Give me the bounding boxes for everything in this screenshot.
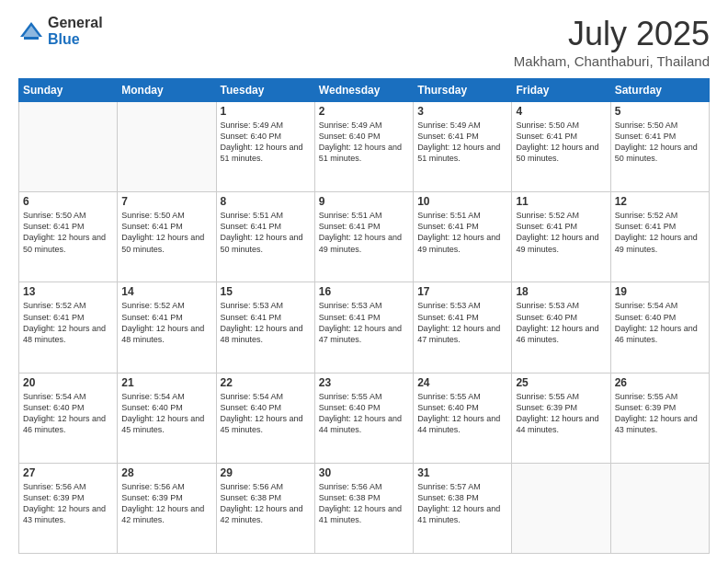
table-row: 15Sunrise: 5:53 AM Sunset: 6:41 PM Dayli…	[216, 282, 314, 373]
table-row: 9Sunrise: 5:51 AM Sunset: 6:41 PM Daylig…	[314, 192, 413, 282]
logo-icon	[18, 18, 44, 44]
col-wednesday: Wednesday	[314, 79, 413, 102]
day-number: 18	[516, 285, 606, 298]
col-sunday: Sunday	[19, 79, 118, 102]
day-number: 5	[615, 105, 705, 118]
table-row: 22Sunrise: 5:54 AM Sunset: 6:40 PM Dayli…	[216, 373, 314, 463]
table-row: 19Sunrise: 5:54 AM Sunset: 6:40 PM Dayli…	[610, 282, 709, 373]
cell-info: Sunrise: 5:55 AM Sunset: 6:40 PM Dayligh…	[417, 391, 507, 436]
table-row: 24Sunrise: 5:55 AM Sunset: 6:40 PM Dayli…	[414, 373, 512, 463]
day-number: 26	[615, 376, 705, 389]
table-row: 31Sunrise: 5:57 AM Sunset: 6:38 PM Dayli…	[414, 463, 512, 553]
cell-info: Sunrise: 5:56 AM Sunset: 6:38 PM Dayligh…	[319, 481, 409, 526]
cell-info: Sunrise: 5:52 AM Sunset: 6:41 PM Dayligh…	[23, 300, 113, 345]
logo-text: General Blue	[48, 15, 103, 47]
table-row: 11Sunrise: 5:52 AM Sunset: 6:41 PM Dayli…	[512, 192, 610, 282]
cell-info: Sunrise: 5:55 AM Sunset: 6:40 PM Dayligh…	[319, 391, 409, 436]
table-row: 6Sunrise: 5:50 AM Sunset: 6:41 PM Daylig…	[19, 192, 118, 282]
logo: General Blue	[18, 15, 103, 47]
day-number: 19	[615, 285, 705, 298]
day-number: 1	[221, 105, 311, 118]
cell-info: Sunrise: 5:51 AM Sunset: 6:41 PM Dayligh…	[221, 210, 311, 255]
calendar-header-row: Sunday Monday Tuesday Wednesday Thursday…	[19, 79, 710, 102]
cell-info: Sunrise: 5:54 AM Sunset: 6:40 PM Dayligh…	[121, 391, 211, 436]
cell-info: Sunrise: 5:50 AM Sunset: 6:41 PM Dayligh…	[23, 210, 113, 255]
table-row: 25Sunrise: 5:55 AM Sunset: 6:39 PM Dayli…	[512, 373, 610, 463]
table-row: 10Sunrise: 5:51 AM Sunset: 6:41 PM Dayli…	[414, 192, 512, 282]
day-number: 14	[121, 285, 211, 298]
day-number: 29	[221, 466, 311, 479]
cell-info: Sunrise: 5:49 AM Sunset: 6:40 PM Dayligh…	[221, 120, 311, 165]
day-number: 17	[417, 285, 507, 298]
table-row: 12Sunrise: 5:52 AM Sunset: 6:41 PM Dayli…	[610, 192, 709, 282]
table-row: 18Sunrise: 5:53 AM Sunset: 6:40 PM Dayli…	[512, 282, 610, 373]
day-number: 11	[516, 195, 606, 208]
table-row: 4Sunrise: 5:50 AM Sunset: 6:41 PM Daylig…	[512, 102, 610, 192]
col-tuesday: Tuesday	[216, 79, 314, 102]
day-number: 22	[221, 376, 311, 389]
day-number: 27	[23, 466, 113, 479]
day-number: 23	[319, 376, 409, 389]
cell-info: Sunrise: 5:56 AM Sunset: 6:39 PM Dayligh…	[23, 481, 113, 526]
col-friday: Friday	[512, 79, 610, 102]
table-row: 2Sunrise: 5:49 AM Sunset: 6:40 PM Daylig…	[314, 102, 413, 192]
cell-info: Sunrise: 5:56 AM Sunset: 6:38 PM Dayligh…	[221, 481, 311, 526]
day-number: 8	[221, 195, 311, 208]
table-row: 1Sunrise: 5:49 AM Sunset: 6:40 PM Daylig…	[216, 102, 314, 192]
table-row	[512, 463, 610, 553]
cell-info: Sunrise: 5:52 AM Sunset: 6:41 PM Dayligh…	[615, 210, 705, 255]
svg-rect-3	[24, 37, 39, 40]
table-row: 7Sunrise: 5:50 AM Sunset: 6:41 PM Daylig…	[118, 192, 216, 282]
cell-info: Sunrise: 5:54 AM Sunset: 6:40 PM Dayligh…	[23, 391, 113, 436]
calendar-week-row: 13Sunrise: 5:52 AM Sunset: 6:41 PM Dayli…	[19, 282, 710, 373]
day-number: 15	[221, 285, 311, 298]
cell-info: Sunrise: 5:51 AM Sunset: 6:41 PM Dayligh…	[319, 210, 409, 255]
day-number: 4	[516, 105, 606, 118]
header: General Blue July 2025 Makham, Chanthabu…	[18, 15, 710, 69]
table-row: 21Sunrise: 5:54 AM Sunset: 6:40 PM Dayli…	[118, 373, 216, 463]
location-title: Makham, Chanthaburi, Thailand	[514, 53, 710, 69]
logo-blue-text: Blue	[48, 31, 103, 48]
day-number: 7	[121, 195, 211, 208]
day-number: 31	[417, 466, 507, 479]
cell-info: Sunrise: 5:49 AM Sunset: 6:40 PM Dayligh…	[319, 120, 409, 165]
table-row: 3Sunrise: 5:49 AM Sunset: 6:41 PM Daylig…	[414, 102, 512, 192]
cell-info: Sunrise: 5:53 AM Sunset: 6:41 PM Dayligh…	[221, 300, 311, 345]
table-row: 8Sunrise: 5:51 AM Sunset: 6:41 PM Daylig…	[216, 192, 314, 282]
table-row: 13Sunrise: 5:52 AM Sunset: 6:41 PM Dayli…	[19, 282, 118, 373]
cell-info: Sunrise: 5:53 AM Sunset: 6:41 PM Dayligh…	[417, 300, 507, 345]
cell-info: Sunrise: 5:54 AM Sunset: 6:40 PM Dayligh…	[615, 300, 705, 345]
table-row: 30Sunrise: 5:56 AM Sunset: 6:38 PM Dayli…	[314, 463, 413, 553]
day-number: 20	[23, 376, 113, 389]
day-number: 13	[23, 285, 113, 298]
table-row	[118, 102, 216, 192]
table-row: 23Sunrise: 5:55 AM Sunset: 6:40 PM Dayli…	[314, 373, 413, 463]
day-number: 21	[121, 376, 211, 389]
cell-info: Sunrise: 5:52 AM Sunset: 6:41 PM Dayligh…	[121, 300, 211, 345]
col-saturday: Saturday	[610, 79, 709, 102]
cell-info: Sunrise: 5:55 AM Sunset: 6:39 PM Dayligh…	[615, 391, 705, 436]
cell-info: Sunrise: 5:56 AM Sunset: 6:39 PM Dayligh…	[121, 481, 211, 526]
cell-info: Sunrise: 5:50 AM Sunset: 6:41 PM Dayligh…	[121, 210, 211, 255]
cell-info: Sunrise: 5:54 AM Sunset: 6:40 PM Dayligh…	[221, 391, 311, 436]
month-title: July 2025	[514, 15, 710, 53]
cell-info: Sunrise: 5:51 AM Sunset: 6:41 PM Dayligh…	[417, 210, 507, 255]
day-number: 12	[615, 195, 705, 208]
table-row: 17Sunrise: 5:53 AM Sunset: 6:41 PM Dayli…	[414, 282, 512, 373]
logo-general-text: General	[48, 15, 103, 31]
day-number: 16	[319, 285, 409, 298]
table-row: 29Sunrise: 5:56 AM Sunset: 6:38 PM Dayli…	[216, 463, 314, 553]
calendar-week-row: 6Sunrise: 5:50 AM Sunset: 6:41 PM Daylig…	[19, 192, 710, 282]
cell-info: Sunrise: 5:49 AM Sunset: 6:41 PM Dayligh…	[417, 120, 507, 165]
table-row: 14Sunrise: 5:52 AM Sunset: 6:41 PM Dayli…	[118, 282, 216, 373]
calendar-week-row: 20Sunrise: 5:54 AM Sunset: 6:40 PM Dayli…	[19, 373, 710, 463]
table-row: 16Sunrise: 5:53 AM Sunset: 6:41 PM Dayli…	[314, 282, 413, 373]
day-number: 28	[121, 466, 211, 479]
day-number: 24	[417, 376, 507, 389]
cell-info: Sunrise: 5:50 AM Sunset: 6:41 PM Dayligh…	[516, 120, 606, 165]
table-row: 27Sunrise: 5:56 AM Sunset: 6:39 PM Dayli…	[19, 463, 118, 553]
day-number: 30	[319, 466, 409, 479]
calendar-week-row: 1Sunrise: 5:49 AM Sunset: 6:40 PM Daylig…	[19, 102, 710, 192]
title-block: July 2025 Makham, Chanthaburi, Thailand	[514, 15, 710, 69]
day-number: 3	[417, 105, 507, 118]
